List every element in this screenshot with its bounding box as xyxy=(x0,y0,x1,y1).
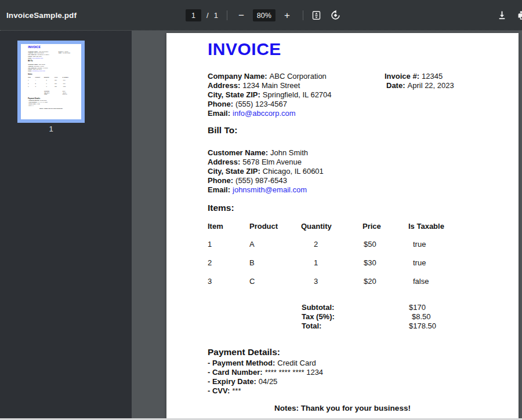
toolbar-center-controls: 1 / 1 − 80% + xyxy=(186,0,343,31)
page-thumbnail[interactable]: INVOICE Company Name:ABC Corporation Add… xyxy=(17,41,85,123)
thumbnail-sidebar: INVOICE Company Name:ABC Corporation Add… xyxy=(0,31,132,418)
field-label: - Payment Method: xyxy=(208,359,275,367)
rotate-counterclockwise-icon xyxy=(330,10,341,21)
company-email-line: Email:info@abccorp.com xyxy=(208,109,492,118)
field-value: Chicago, IL 60601 xyxy=(263,167,324,176)
total-value: $170 xyxy=(409,303,436,312)
download-icon xyxy=(496,10,507,21)
cell-item: 2 xyxy=(208,258,249,268)
field-label: Email: xyxy=(208,185,230,194)
cell-item: 1 xyxy=(208,240,249,249)
fit-to-page-icon xyxy=(311,10,321,20)
customer-name-line: Customer Name:John Smith xyxy=(208,148,324,158)
invoice-date-line: Date:April 22, 2023 xyxy=(385,81,454,90)
cell-product: A xyxy=(249,240,301,249)
rotate-counterclockwise-button[interactable] xyxy=(328,8,343,23)
field-value: 12345 xyxy=(422,72,443,81)
items-heading: Items: xyxy=(208,203,234,213)
invoice-header-row: Company Name:ABC Corporation Address:123… xyxy=(208,72,492,118)
field-label: Company Name: xyxy=(208,72,267,81)
company-email-link[interactable]: info@abccorp.com xyxy=(233,109,296,118)
table-row: 2 B 1 $30 true xyxy=(208,258,486,268)
payment-details-heading: Payment Details: xyxy=(208,347,280,357)
page-count-separator: / xyxy=(206,11,209,20)
toolbar-divider xyxy=(227,10,227,20)
field-label: - Expiry Date: xyxy=(208,377,256,386)
total-label: Subtotal: xyxy=(302,303,409,312)
fit-to-page-button[interactable] xyxy=(309,8,324,23)
invoice-title: INVOICE xyxy=(208,39,281,59)
expiry-date-line: - Expiry Date:04/25 xyxy=(208,377,323,386)
subtotal-line: Subtotal:$170 xyxy=(302,303,436,312)
zoom-out-button[interactable]: − xyxy=(234,8,248,23)
download-button[interactable] xyxy=(494,8,509,23)
pdf-page: INVOICE Company Name:ABC Corporation Add… xyxy=(166,33,519,418)
field-value: **** **** **** 1234 xyxy=(265,368,323,377)
field-label: City, State ZIP: xyxy=(208,167,260,176)
payment-details-block: - Payment Method:Credit Card - Card Numb… xyxy=(208,359,323,396)
table-row: 3 C 3 $20 false xyxy=(208,277,486,286)
column-header: Quantity xyxy=(301,222,362,231)
thumbnail-page-number: 1 xyxy=(17,125,85,133)
cell-quantity: 1 xyxy=(301,258,362,268)
column-header: Item xyxy=(208,222,249,231)
total-value: $178.50 xyxy=(409,322,436,331)
cell-taxable: true xyxy=(408,240,486,249)
field-label: Date: xyxy=(386,81,405,90)
print-icon xyxy=(517,10,522,21)
document-title: InvoiceSample.pdf xyxy=(6,0,77,31)
field-value: *** xyxy=(232,386,241,395)
company-city-line: City, State ZIP:Springfield, IL 62704 xyxy=(208,90,492,100)
field-label: Customer Name: xyxy=(208,148,268,157)
field-value: Springfield, IL 62704 xyxy=(263,90,332,99)
field-label: Phone: xyxy=(208,176,233,185)
customer-email-line: Email:johnsmith@email.com xyxy=(208,185,324,195)
total-label: Tax (5%): xyxy=(302,312,409,322)
total-label: Total: xyxy=(302,322,409,331)
pdf-toolbar: InvoiceSample.pdf 1 / 1 − 80% + xyxy=(0,0,522,31)
field-label: Address: xyxy=(208,158,240,166)
total-value: $8.50 xyxy=(409,312,436,322)
field-value: ABC Corporation xyxy=(270,72,327,81)
zoom-in-button[interactable]: + xyxy=(280,8,294,23)
field-value: John Smith xyxy=(270,148,308,157)
field-value: 5678 Elm Avenue xyxy=(242,158,302,166)
customer-email-link[interactable]: johnsmith@email.com xyxy=(233,185,307,194)
field-value: 1234 Main Street xyxy=(242,81,300,90)
cell-product: B xyxy=(249,258,301,268)
field-label: Email: xyxy=(208,109,230,118)
bill-to-block: Customer Name:John Smith Address:5678 El… xyxy=(208,148,324,195)
field-value: Credit Card xyxy=(277,359,316,367)
tax-line: Tax (5%):$8.50 xyxy=(302,312,436,322)
column-header: Price xyxy=(362,222,408,231)
notes-line: Notes: Thank you for your business! xyxy=(166,404,519,413)
field-label: Address: xyxy=(208,81,240,90)
bill-to-heading: Bill To: xyxy=(208,125,237,136)
column-header: Product xyxy=(249,222,301,231)
field-label: - Card Number: xyxy=(208,368,263,377)
cell-item: 3 xyxy=(208,277,249,286)
pdf-viewer-app: InvoiceSample.pdf 1 / 1 − 80% + xyxy=(0,0,522,420)
page-number-input[interactable]: 1 xyxy=(186,9,201,21)
field-value: 04/25 xyxy=(259,377,278,386)
cell-price: $20 xyxy=(362,277,408,286)
company-phone-line: Phone:(555) 123-4567 xyxy=(208,100,492,109)
customer-city-line: City, State ZIP:Chicago, IL 60601 xyxy=(208,167,324,176)
field-value: (555) 123-4567 xyxy=(235,100,287,108)
print-button[interactable] xyxy=(515,8,522,23)
cell-quantity: 3 xyxy=(301,277,362,286)
cell-taxable: false xyxy=(408,277,486,286)
zoom-level-input[interactable]: 80% xyxy=(253,9,276,21)
payment-method-line: - Payment Method:Credit Card xyxy=(208,359,323,368)
customer-phone-line: Phone:(555) 987-6543 xyxy=(208,176,324,185)
page-count-total: 1 xyxy=(214,11,218,20)
table-row: 1 A 2 $50 true xyxy=(208,240,486,249)
cell-price: $50 xyxy=(362,240,408,249)
viewer-body: INVOICE Company Name:ABC Corporation Add… xyxy=(0,31,522,418)
field-value: April 22, 2023 xyxy=(408,81,454,90)
field-label: - CVV: xyxy=(208,386,230,395)
document-viewport[interactable]: INVOICE Company Name:ABC Corporation Add… xyxy=(132,31,522,418)
field-label: Phone: xyxy=(208,100,233,108)
field-label: Invoice #: xyxy=(385,72,419,81)
items-header-row: Item Product Quantity Price Is Taxable xyxy=(208,222,486,231)
